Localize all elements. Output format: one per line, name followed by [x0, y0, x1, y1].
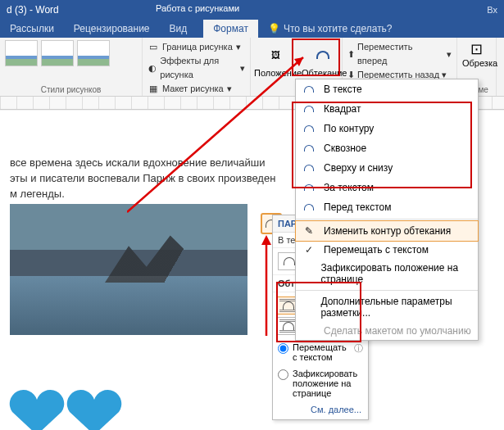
dd-through[interactable]: Сквозное — [296, 138, 478, 158]
lightbulb-icon: 💡 — [268, 23, 280, 34]
picture-style-thumb[interactable] — [41, 40, 74, 66]
inserted-picture[interactable] — [10, 204, 247, 335]
info-icon[interactable]: ⓘ — [354, 342, 363, 355]
label: Эффекты для рисунка — [160, 54, 237, 82]
label: По контуру — [324, 123, 374, 134]
label: Переместить вперед — [357, 40, 444, 68]
doc-title: d (3) - Word — [7, 4, 59, 16]
group-picture-styles: Стили рисунков — [5, 85, 137, 94]
picture-border-button[interactable]: ▭Граница рисунка ▾ — [148, 40, 245, 54]
tab-view[interactable]: Вид — [160, 20, 198, 38]
wrap-text-dropdown: В тексте Квадрат По контуру Сквозное Све… — [295, 79, 479, 341]
dd-fix-on-page[interactable]: Зафиксировать положение на странице — [296, 259, 478, 288]
picture-style-thumb[interactable] — [5, 40, 38, 66]
label: Перед текстом — [324, 201, 391, 213]
tab-mailings[interactable]: Рассылки — [0, 20, 64, 38]
tell-me-label: Что вы хотите сделать? — [284, 23, 393, 34]
label: Сквозное — [324, 143, 366, 154]
separator — [296, 219, 478, 220]
crop-button[interactable]: ⊡ Обрезка — [462, 40, 491, 68]
label: В тексте — [324, 84, 362, 95]
bring-forward-button[interactable]: ⬆Переместить вперед ▾ — [347, 40, 452, 68]
label: За текстом — [324, 182, 374, 193]
dd-behind[interactable]: За текстом — [296, 178, 478, 197]
dd-set-default-layout[interactable]: Сделать макетом по умолчанию — [296, 322, 478, 340]
dd-square[interactable]: Квадрат — [296, 99, 478, 119]
tab-review[interactable]: Рецензирование — [64, 20, 160, 38]
label: Макет рисунка — [162, 82, 224, 96]
picture-tools-label: Работа с рисунками — [156, 3, 239, 13]
topbottom-icon — [301, 161, 317, 174]
label: Зафиксировать положение на странице — [293, 369, 363, 398]
dd-move-with-text[interactable]: ✓Перемещать с текстом — [296, 241, 478, 259]
label: Сверху и снизу — [324, 162, 393, 174]
border-icon: ▭ — [148, 42, 159, 53]
fix-on-page-radio[interactable]: Зафиксировать положение на странице — [273, 365, 368, 401]
see-more-link[interactable]: См. далее... — [273, 401, 368, 419]
label: Изменить контур обтекания — [324, 225, 451, 237]
label: Перемещать с текстом — [324, 244, 429, 256]
position-button[interactable]: 🖼 Положение — [252, 40, 298, 89]
forward-icon: ⬆ — [347, 48, 355, 61]
dd-in-text[interactable]: В тексте — [296, 79, 478, 99]
heart-shape — [8, 387, 66, 430]
front-icon — [301, 201, 317, 214]
tab-format[interactable]: Формат — [203, 20, 258, 38]
crop-icon: ⊡ — [462, 40, 491, 58]
account-area[interactable]: Вх — [487, 5, 497, 15]
dd-more-layout-options[interactable]: Дополнительные параметры разметки... — [296, 292, 478, 322]
through-icon — [301, 142, 317, 155]
dd-top-bottom[interactable]: Сверху и снизу — [296, 158, 478, 178]
move-with-text-radio[interactable]: Перемещать с текстом ⓘ — [273, 339, 368, 365]
label: Перемещать с текстом — [293, 342, 350, 362]
heart-shape — [66, 387, 123, 430]
effects-icon: ◐ — [148, 62, 157, 74]
picture-style-thumb[interactable] — [77, 40, 110, 66]
behind-icon — [301, 181, 317, 194]
radio-input[interactable] — [278, 343, 288, 354]
wrap-text-icon — [302, 42, 344, 68]
dd-tight[interactable]: По контуру — [296, 119, 478, 138]
picture-effects-button[interactable]: ◐Эффекты для рисунка ▾ — [148, 54, 245, 82]
inserted-shape-hearts[interactable] — [8, 387, 131, 430]
label: Граница рисунка — [162, 40, 233, 54]
tight-icon — [301, 122, 317, 135]
check-icon: ✓ — [301, 244, 317, 256]
inline-icon — [301, 83, 317, 96]
position-icon: 🖼 — [254, 42, 297, 68]
layout-icon: ▦ — [148, 84, 159, 95]
separator — [296, 290, 478, 291]
picture-styles-gallery[interactable] — [5, 40, 137, 66]
ribbon-tabs: Рассылки Рецензирование Вид Формат 💡 Что… — [0, 20, 504, 38]
label: Зафиксировать положение на странице — [321, 262, 472, 285]
tell-me-search[interactable]: 💡 Что вы хотите сделать? — [258, 20, 402, 38]
picture-layout-button[interactable]: ▦Макет рисунка ▾ — [148, 82, 245, 96]
label: Сделать макетом по умолчанию — [324, 325, 471, 337]
dd-edit-wrap-points[interactable]: ✎Изменить контур обтекания — [295, 220, 479, 242]
radio-input[interactable] — [278, 369, 288, 380]
dd-front[interactable]: Перед текстом — [296, 197, 478, 217]
square-icon — [301, 102, 317, 115]
label: Квадрат — [324, 103, 361, 115]
label: Обрезка — [462, 58, 491, 68]
label: Положение — [254, 68, 297, 78]
label: Дополнительные параметры разметки... — [320, 296, 471, 319]
title-bar: d (3) - Word Работа с рисунками Вх — [0, 0, 504, 20]
edit-points-icon: ✎ — [301, 224, 317, 238]
